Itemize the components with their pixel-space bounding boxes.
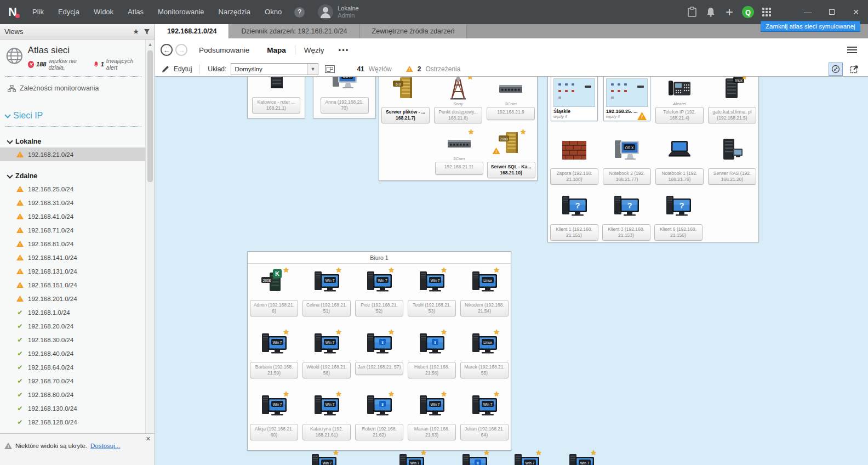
view-mapa[interactable]: Mapa: [258, 46, 295, 54]
tab[interactable]: 192.168.21.0/24: [155, 24, 229, 38]
submap-card[interactable]: Śląskie węzły 4: [551, 77, 598, 121]
map-group[interactable]: Biuro 1K2008★Admin (192.168.21. 6)Win 7★…: [247, 251, 511, 451]
map-node[interactable]: 8★Jan (192.168.21. 57): [353, 331, 406, 375]
minimize-button[interactable]: —: [796, 3, 820, 21]
map-node[interactable]: 8★Robert (192.168. 21.62): [353, 393, 406, 440]
map-node[interactable]: 8★: [458, 452, 491, 465]
sidebar-item-network[interactable]: !192.168.131.0/24: [0, 264, 155, 278]
map-node[interactable]: Śląskie węzły 4: [549, 77, 601, 121]
sidebar-item-network[interactable]: !192.168.81.0/24: [0, 237, 155, 251]
select-dropdown-icon[interactable]: ▼: [307, 64, 318, 75]
section-sieci-ip[interactable]: Sieci IP: [5, 111, 141, 121]
plus-icon[interactable]: +: [720, 3, 739, 21]
map-node[interactable]: Katowice - ruter ... 168.21.1): [250, 77, 302, 114]
back-button[interactable]: ←: [161, 44, 173, 56]
sidebar-scrollbar[interactable]: ▲: [145, 39, 155, 433]
menu-edycja[interactable]: Edycja: [51, 0, 87, 24]
sidebar-item-network[interactable]: ✔192.168.20.0/24: [0, 319, 155, 333]
group-header-zdalne[interactable]: Zdalne: [8, 172, 141, 180]
submap-card[interactable]: 192.168.25. ... węzły 4!: [603, 77, 650, 121]
sidebar-item-network[interactable]: ✔192.168.30.0/24: [0, 333, 155, 347]
sidebar-item-network[interactable]: !192.168.71.0/24: [0, 223, 155, 237]
map-node[interactable]: linux★gate.kat.sl.firma. pl (192.168.21.…: [706, 77, 758, 123]
map-node[interactable]: K2008★Admin (192.168.21. 6): [248, 269, 300, 316]
forward-button[interactable]: →: [175, 44, 187, 56]
map-node[interactable]: 2008★!Serwer SQL - Ka... 168.21.10): [485, 131, 537, 178]
map-node[interactable]: Serwer RAS (192. 168.21.20): [706, 138, 758, 185]
map-node[interactable]: Win 7★: [307, 452, 340, 465]
axence-q-icon[interactable]: Q: [739, 3, 757, 21]
map-node[interactable]: Win 7★: [565, 452, 598, 465]
map-group[interactable]: 6.0Serwer plików - ... 168.21.7)★SonyPun…: [379, 77, 538, 181]
selected-node-box[interactable]: OS XAnna (192.168.21. 70): [313, 77, 376, 118]
edit-button[interactable]: Edytuj: [174, 65, 192, 73]
panel-menu-icon[interactable]: [847, 45, 857, 55]
map-node[interactable]: Win 7★Celina (192.168.21. 51): [301, 269, 353, 316]
sidebar-item-network[interactable]: !192.168.41.0/24: [0, 209, 155, 223]
more-views-button[interactable]: •••: [333, 46, 355, 54]
tab[interactable]: Dziennik zdarzeń: 192.168.21.0/24: [229, 24, 359, 38]
map-node[interactable]: 8★Hubert (192.168. 21.56): [406, 331, 458, 378]
scroll-up-icon[interactable]: ▲: [146, 39, 155, 47]
menu-plik[interactable]: Plik: [25, 0, 51, 24]
tab[interactable]: Zewnętrzne źródła zdarzeń: [360, 24, 467, 38]
layout-grid-icon[interactable]: [325, 65, 335, 73]
sidebar-item-dependencies[interactable]: Zależności monitorowania: [8, 84, 141, 92]
map-node[interactable]: AlcatelTelefon IP (192. 168.21.4): [654, 77, 706, 123]
map-group[interactable]: Śląskie węzły 4 192.168.25. ... węzły 4!…: [547, 77, 759, 242]
user-block[interactable]: Lokalne Admin: [318, 4, 359, 20]
group-header-lokalne[interactable]: Lokalne: [8, 138, 141, 145]
map-node[interactable]: Win 7★Barbara (192.168. 21.59): [248, 331, 300, 378]
sidebar-item-network[interactable]: !192.168.31.0/24: [0, 196, 155, 209]
sidebar-item-network[interactable]: ✔192.168.70.0/24: [0, 374, 155, 388]
customize-link[interactable]: Dostosuj...: [90, 443, 120, 449]
sidebar-item-network[interactable]: !192.168.141.0/24: [0, 251, 155, 264]
menu-okno[interactable]: Okno: [258, 0, 289, 24]
zoom-fit-button[interactable]: [829, 63, 843, 76]
favorites-star-icon[interactable]: ★: [133, 27, 139, 36]
map-node[interactable]: ?Klient 6 (192.168. 21.156): [652, 194, 704, 241]
map-node[interactable]: 3Com192.168.21.9: [485, 77, 537, 120]
layout-select[interactable]: Domyślny ▼: [231, 63, 318, 75]
map-node[interactable]: Win 7★: [395, 452, 428, 465]
map-node[interactable]: Win 7★Witold (192.168.21. 58): [301, 331, 353, 378]
menu-narzędzia[interactable]: Narzędzia: [212, 0, 258, 24]
sidebar-item-network[interactable]: ✔192.168.140.0/24: [0, 429, 155, 433]
sidebar-item-network[interactable]: !192.168.151.0/24: [0, 278, 155, 292]
map-node[interactable]: ?Klient 3 (192.168. 21.153): [600, 194, 652, 241]
scrollbar-thumb[interactable]: [147, 50, 153, 182]
notice-close-icon[interactable]: ✕: [146, 435, 151, 443]
map-node[interactable]: OS XAnna (192.168.21. 70): [318, 77, 370, 114]
menu-widok[interactable]: Widok: [87, 0, 121, 24]
map-node[interactable]: ★3Com192.168.21.11: [433, 131, 485, 175]
map-node[interactable]: 6.0Serwer plików - ... 168.21.7): [380, 77, 432, 123]
fullscreen-button[interactable]: [847, 63, 861, 76]
apps-grid-icon[interactable]: [757, 3, 776, 21]
sidebar-item-network[interactable]: ✔192.168.40.0/24: [0, 347, 155, 360]
map-node[interactable]: Win 7★Marian (192.168. 21.63): [406, 393, 458, 440]
close-button[interactable]: ✕: [844, 3, 868, 21]
view-podsumowanie[interactable]: Podsumowanie: [190, 46, 258, 54]
map-node[interactable]: Linux★Nikodem (192.168. 21.54): [459, 269, 511, 316]
view-węzły[interactable]: Węzły: [295, 46, 333, 54]
atlas-root-item[interactable]: Atlas sieci ✕ 188 węzłów nie działa, 1 t…: [5, 45, 141, 71]
sidebar-item-network[interactable]: ✔192.168.1.0/24: [0, 305, 155, 319]
maximize-button[interactable]: [820, 3, 844, 21]
map-node[interactable]: OS XNotebook 2 (192. 168.21.77): [601, 138, 653, 185]
menu-monitorowanie[interactable]: Monitorowanie: [151, 0, 212, 24]
selected-node-box[interactable]: Katowice - ruter ... 168.21.1): [247, 77, 305, 118]
map-node[interactable]: Win 7★Katarzyna (192. 168.21.61): [301, 393, 353, 440]
clipboard-icon[interactable]: [683, 3, 701, 21]
sidebar-item-network[interactable]: !192.168.21.0/24: [0, 148, 155, 161]
map-node[interactable]: Win 7★Julian (192.168.21. 64): [459, 393, 511, 440]
map-node[interactable]: Win 7★: [510, 452, 543, 465]
map-node[interactable]: ?Klient 1 (192.168. 21.151): [548, 194, 600, 241]
bell-icon[interactable]: [701, 3, 720, 21]
map-node[interactable]: Zapora (192.168. 21.100): [549, 138, 601, 185]
map-node[interactable]: Linux★Marek (192.168.21. 55): [459, 331, 511, 378]
map-node[interactable]: Notebook 1 (192. 168.21.76): [654, 138, 706, 185]
help-icon[interactable]: ?: [294, 7, 305, 18]
map-node[interactable]: Win 7★Alicja (192.168.21. 60): [248, 393, 300, 440]
sidebar-item-network[interactable]: !192.168.25.0/24: [0, 182, 155, 196]
map-node[interactable]: Win 7★Teofil (192.168.21. 53): [406, 269, 458, 316]
